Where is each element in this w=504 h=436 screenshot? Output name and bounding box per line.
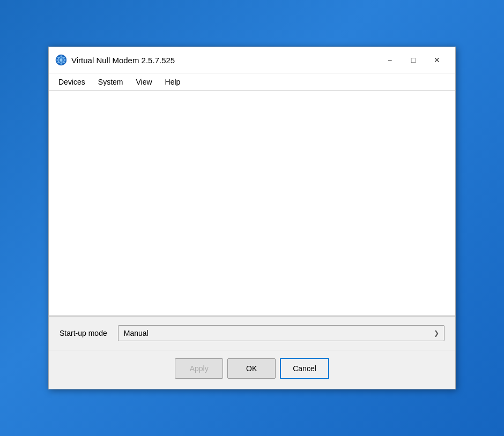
menu-system[interactable]: System <box>93 76 129 88</box>
startup-select-wrapper: Manual Automatic Disabled ❯ <box>118 325 444 341</box>
startup-label: Start-up mode <box>60 329 107 337</box>
startup-row-container: Start-up mode Manual Automatic Disabled … <box>49 316 455 350</box>
title-bar: Virtual Null Modem 2.5.7.525 − □ ✕ <box>49 47 455 73</box>
main-window: Virtual Null Modem 2.5.7.525 − □ ✕ Devic… <box>48 47 456 389</box>
content-area <box>49 91 455 316</box>
maximize-button[interactable]: □ <box>402 51 425 69</box>
startup-mode-select[interactable]: Manual Automatic Disabled <box>118 325 444 341</box>
button-row: Apply OK Cancel <box>49 350 455 389</box>
app-icon <box>55 54 67 66</box>
window-title: Virtual Null Modem 2.5.7.525 <box>71 56 378 65</box>
ok-button[interactable]: OK <box>227 358 276 379</box>
menu-devices[interactable]: Devices <box>53 76 91 88</box>
menu-help[interactable]: Help <box>160 76 186 88</box>
apply-button[interactable]: Apply <box>175 358 223 379</box>
startup-row: Start-up mode Manual Automatic Disabled … <box>60 325 444 341</box>
menu-view[interactable]: View <box>130 76 157 88</box>
window-controls: − □ ✕ <box>378 51 449 69</box>
close-button[interactable]: ✕ <box>425 51 449 69</box>
menu-bar: Devices System View Help <box>49 73 455 91</box>
minimize-button[interactable]: − <box>378 51 402 69</box>
cancel-button[interactable]: Cancel <box>280 358 329 379</box>
